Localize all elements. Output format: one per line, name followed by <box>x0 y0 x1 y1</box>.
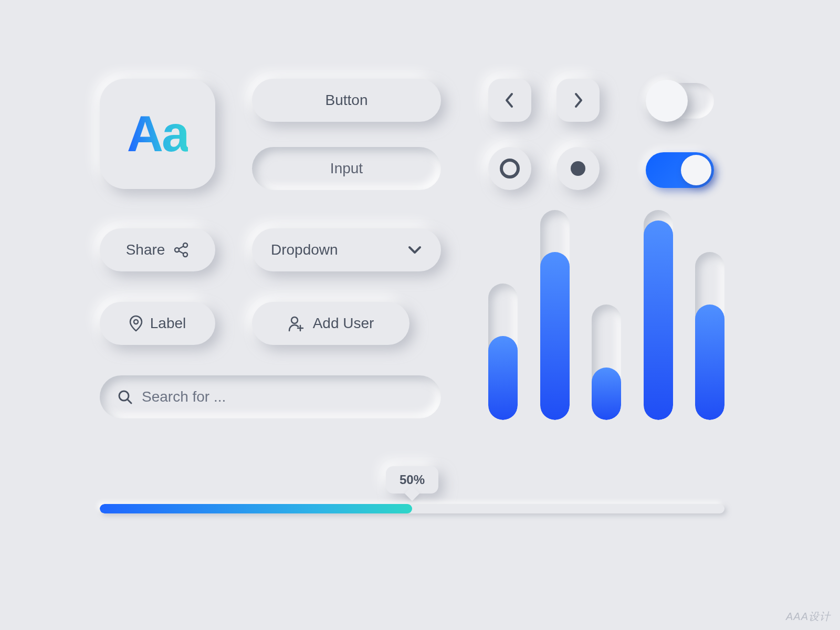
svg-point-1 <box>183 243 187 247</box>
button-label: Button <box>326 92 368 109</box>
search-input[interactable]: Search for ... <box>100 375 441 418</box>
progress-slider[interactable]: 50% <box>100 504 724 513</box>
watermark: AAA设计 <box>786 610 831 624</box>
label-button[interactable]: Label <box>100 302 215 345</box>
bar-track <box>592 304 621 420</box>
svg-point-2 <box>183 253 187 257</box>
toggle-knob <box>646 80 688 122</box>
logo-tile: Aa <box>100 79 215 189</box>
svg-point-0 <box>175 248 179 252</box>
svg-line-10 <box>128 400 131 403</box>
bar-track <box>644 210 673 420</box>
radio-unchecked[interactable] <box>488 147 531 190</box>
search-placeholder: Search for ... <box>142 388 226 405</box>
share-label: Share <box>126 242 165 258</box>
bar-chart <box>488 210 724 420</box>
svg-line-3 <box>179 246 184 249</box>
dropdown-select[interactable]: Dropdown <box>252 228 441 271</box>
radio-dot-icon <box>571 161 585 176</box>
chevron-right-icon <box>573 92 583 109</box>
bar-fill <box>592 368 621 420</box>
toggle-knob <box>681 155 711 185</box>
previous-button[interactable] <box>488 79 531 122</box>
next-button[interactable] <box>556 79 600 122</box>
share-button[interactable]: Share <box>100 228 215 271</box>
bar-fill <box>488 336 518 420</box>
text-input[interactable]: Input <box>252 147 441 190</box>
progress-value: 50% <box>400 472 425 487</box>
svg-point-5 <box>134 320 138 324</box>
add-user-icon <box>288 315 304 332</box>
search-icon <box>118 390 132 404</box>
primary-button[interactable]: Button <box>252 79 441 122</box>
bar-track <box>488 284 518 420</box>
toggle-switch-off[interactable] <box>646 83 714 119</box>
svg-point-6 <box>291 317 298 323</box>
chevron-left-icon <box>505 92 515 109</box>
bar-track <box>695 252 724 420</box>
add-user-label: Add User <box>313 315 374 332</box>
share-icon <box>173 242 189 258</box>
bar-track <box>540 210 570 420</box>
chevron-down-icon <box>407 245 422 255</box>
bar-fill <box>695 304 724 420</box>
dropdown-label: Dropdown <box>271 242 338 258</box>
progress-tooltip: 50% <box>386 466 438 494</box>
bar-fill <box>644 220 673 420</box>
progress-track <box>100 504 724 513</box>
add-user-button[interactable]: Add User <box>252 302 410 345</box>
progress-fill <box>100 504 412 513</box>
svg-line-4 <box>179 251 184 254</box>
logo-text: Aa <box>127 105 188 163</box>
input-placeholder: Input <box>330 160 363 177</box>
label-text: Label <box>150 315 186 332</box>
radio-ring-icon <box>500 159 520 178</box>
bar-fill <box>540 252 570 420</box>
location-pin-icon <box>129 315 143 332</box>
radio-checked[interactable] <box>556 147 600 190</box>
toggle-switch-on[interactable] <box>646 152 714 188</box>
